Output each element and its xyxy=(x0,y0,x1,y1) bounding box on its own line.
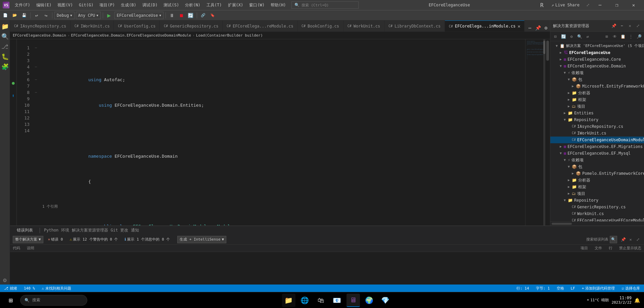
menu-file[interactable]: 文件(F) xyxy=(12,1,33,9)
notification-button[interactable]: 🔔 xyxy=(634,298,640,303)
menu-debug[interactable]: 调试(D) xyxy=(140,1,160,9)
undo-button[interactable]: ↩ xyxy=(33,12,41,19)
tab-iworkunit[interactable]: C# IWorkUnit.cs xyxy=(71,20,114,32)
menu-extensions[interactable]: 扩展(X) xyxy=(225,1,246,9)
tab-se[interactable]: 解决方案资源管理器 xyxy=(72,227,108,233)
activity-git[interactable]: ⎇ xyxy=(0,42,10,51)
save-button[interactable]: 💾 xyxy=(20,12,28,19)
tree-migrations-project[interactable]: ▶ ■ EFCoreEleganceUse.EF.Migrations xyxy=(550,143,644,150)
menu-window[interactable]: 窗口(W) xyxy=(246,1,267,9)
vertical-scrollbar[interactable] xyxy=(545,39,550,225)
tree-dependencies-domain[interactable]: ▼ ⚡ 依赖项 xyxy=(550,69,644,76)
se-menu-button[interactable]: ⋮ xyxy=(627,33,635,40)
tree-mysql-project[interactable]: ▼ ■ EFCoreEleganceUse.EF.Mysql xyxy=(550,150,644,157)
se-show-all-button[interactable]: 👁 xyxy=(611,33,618,40)
line-status[interactable]: 行: 14 xyxy=(515,286,531,291)
tab-close-icon[interactable]: ✕ xyxy=(517,23,520,29)
start-button[interactable]: ⊞ xyxy=(4,294,17,307)
tab-notifications[interactable]: 通知 xyxy=(131,227,139,233)
error-search-button[interactable]: 🔍 xyxy=(610,236,617,243)
restore-button[interactable]: ❐ xyxy=(609,0,625,10)
pause-button[interactable]: ⏸ xyxy=(168,12,176,19)
tree-pomelo-package[interactable]: ▶ 📦 Pomelo.EntityFrameworkCore.MySql (6.… xyxy=(550,170,644,177)
se-filter-button[interactable]: 🔍 xyxy=(576,33,583,40)
tree-ef-package[interactable]: ▶ 📦 Microsoft.EntityFrameworkCore (6.0.1… xyxy=(550,83,644,90)
tree-genericrepository-file[interactable]: ▶ C# GenericRepository.cs xyxy=(550,204,644,210)
breadcrumb-project[interactable]: EFCoreEleganceUse.Domain xyxy=(13,33,66,38)
menu-edit[interactable]: 编辑(E) xyxy=(34,1,54,9)
tree-project-mysql[interactable]: ▶ 🗂 项目 xyxy=(550,190,644,197)
new-file-button[interactable]: 📄 xyxy=(1,12,9,19)
taskbar-search[interactable]: 🔍 搜索 xyxy=(20,295,87,306)
menu-project[interactable]: 项目(P) xyxy=(97,1,118,9)
close-panel-btn[interactable]: ✕ xyxy=(627,236,634,243)
tree-analyzer-domain[interactable]: ▶ 📁 分析器 xyxy=(550,90,644,96)
debug-config-dropdown[interactable]: Debug ▼ xyxy=(54,12,75,19)
menu-test[interactable]: 测试(S) xyxy=(161,1,182,9)
tab-librarydbcontext[interactable]: C# LibraryDbContext.cs xyxy=(384,20,445,32)
minimap[interactable]: using Autofac; using EFCoreEleganceUse.D… xyxy=(525,39,545,225)
attach-button[interactable]: 🔗 xyxy=(199,12,207,19)
platform-dropdown[interactable]: Any CPU ▼ xyxy=(76,12,101,19)
minimize-button[interactable]: ─ xyxy=(592,0,608,10)
taskbar-purple-app[interactable]: 💎 xyxy=(379,294,392,307)
new-tab-button[interactable]: ⋯ xyxy=(526,24,534,32)
live-share-button[interactable]: ↗ Live Share xyxy=(548,3,584,7)
se-settings-button[interactable]: ⚙ xyxy=(568,33,575,40)
tree-domainmodule-file[interactable]: ▶ C# EFCoreEleganceUseDomainModule.cs xyxy=(550,137,644,143)
tab-git-changes[interactable]: Git 更改 xyxy=(111,227,129,233)
se-hscroll-thumb[interactable] xyxy=(552,223,572,225)
error-scope-dropdown[interactable]: 整个解决方案 ▼ xyxy=(13,236,43,243)
se-expand-button[interactable]: ⤢ xyxy=(635,22,641,29)
error-count-badge[interactable]: ✕ 错误 0 xyxy=(46,237,65,242)
source-control-status[interactable]: ⎇ 就绪 xyxy=(3,286,18,291)
clock-widget[interactable]: 11:09 2023/2/22 xyxy=(611,296,632,305)
eol-status[interactable]: LF xyxy=(569,286,577,291)
redo-button[interactable]: ↪ xyxy=(42,12,50,19)
se-hscrollbar[interactable] xyxy=(550,221,644,225)
se-collapse-button[interactable]: ⊟ xyxy=(552,33,559,40)
activity-settings[interactable]: ⚙ xyxy=(0,275,10,285)
activity-explorer[interactable]: 📁 xyxy=(0,21,10,31)
select-repo-status[interactable]: ☑ 选择仓库 xyxy=(620,286,641,291)
stop-button[interactable]: ⏹ xyxy=(177,12,185,19)
tree-solution[interactable]: ▼ 📋 解决方案 'EFCoreEleganceUse' (5 个项目，共 5 … xyxy=(550,43,644,49)
pin-panel-btn[interactable]: 📌 xyxy=(620,236,627,243)
taskbar-store[interactable]: 🛍 xyxy=(314,294,328,307)
menu-analyze[interactable]: 分析(N) xyxy=(182,1,203,9)
breadcrumb-method[interactable]: Load(ContainerBuilder builder) xyxy=(196,33,263,38)
activity-extensions[interactable]: 🧩 xyxy=(0,62,10,71)
tree-packages-domain[interactable]: ▼ 📦 包 xyxy=(550,76,644,83)
tree-dependencies-mysql[interactable]: ▼ ⚡ 依赖项 xyxy=(550,157,644,163)
tab-error-list[interactable]: 错误列表 xyxy=(13,226,37,235)
tab-workunit[interactable]: C# WorkUnit.cs xyxy=(343,20,384,32)
zoom-status[interactable]: 140 % xyxy=(22,286,36,291)
tab-efcoreinmodule[interactable]: C# EFCoreElega...inModule.cs ✕ xyxy=(445,20,524,32)
col-status[interactable]: 字节: 1 xyxy=(535,286,551,291)
tree-project-domain[interactable]: ▼ ■ EFCoreEleganceUse.Domain xyxy=(550,63,644,69)
warning-count-badge[interactable]: ⚠ 展示 12 个警告中的 0 个 xyxy=(68,237,120,242)
menu-build[interactable]: 生成(B) xyxy=(118,1,139,9)
tree-repository-mysql[interactable]: ▼ 📁 Repository xyxy=(550,197,644,204)
tab-python[interactable]: Python 环境 xyxy=(44,227,69,233)
se-sync-button[interactable]: ⇄ xyxy=(584,33,591,40)
taskbar-file-explorer[interactable]: 📁 xyxy=(282,294,295,307)
tree-project-folder-domain[interactable]: ▶ 🗂 项目 xyxy=(550,103,644,110)
indent-status[interactable]: 空格 xyxy=(555,286,565,291)
tab-bookconfig[interactable]: C# BookConfig.cs xyxy=(297,20,343,32)
tree-project-core[interactable]: ▶ ■ EFCoreEleganceUse.Core xyxy=(550,56,644,63)
menu-view[interactable]: 视图(V) xyxy=(55,1,76,9)
se-arrow-button[interactable]: ⬅ xyxy=(618,22,625,29)
tab-userconfig[interactable]: C# UserConfig.cs xyxy=(114,20,160,32)
tree-packages-mysql[interactable]: ▼ 📦 包 xyxy=(550,163,644,170)
tree-iasyncrepository-file[interactable]: ▶ C# IAsyncRepository.cs xyxy=(550,123,644,130)
error-status[interactable]: ⚠ 未找到相关问题 xyxy=(40,286,73,291)
se-view-button[interactable]: 📋 xyxy=(619,33,627,40)
se-expand-all-button[interactable]: ⊞ xyxy=(603,33,610,40)
se-refresh-button[interactable]: 🔄 xyxy=(560,33,567,40)
expand-panel-btn[interactable]: ⤢ xyxy=(635,236,641,243)
taskbar-vs[interactable]: 🖥 xyxy=(347,294,360,307)
bookmark-button[interactable]: 🔖 xyxy=(209,12,217,19)
tree-project-main[interactable]: ▶ 🏗 EFCoreEleganceUse xyxy=(550,49,644,56)
run-target-dropdown[interactable]: EFCoreEleganceUse ▼ xyxy=(114,12,164,19)
